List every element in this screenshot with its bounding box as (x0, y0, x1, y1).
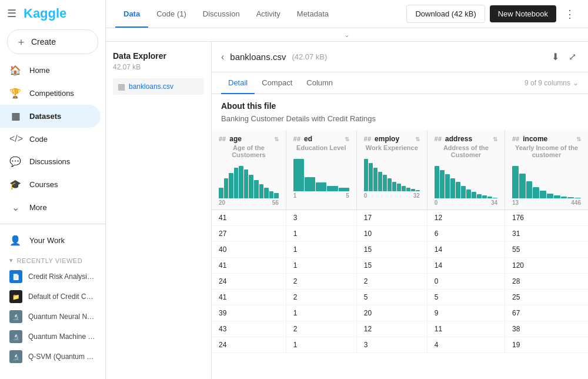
top-tabs-bar: Data Code (1) Discussion Activity Metada… (106, 0, 588, 28)
courses-icon: 🎓 (9, 179, 21, 190)
datasets-icon: ▦ (9, 111, 21, 122)
view-tab-detail[interactable]: Detail (221, 72, 255, 94)
recent-item-5[interactable]: 🔬 Q-SVM (Quantum Sup... (0, 347, 105, 367)
range-max: 5 (346, 192, 349, 199)
col-name: address (445, 135, 472, 143)
recent-item-4[interactable]: 🔬 Quantum Machine Lea... (0, 327, 105, 347)
col-desc: Education Level (293, 144, 349, 151)
kaggle-logo: Kaggle (24, 6, 66, 21)
range-min: 20 (219, 200, 225, 206)
col-sort-icon[interactable]: ⇅ (576, 136, 581, 142)
recent-item-1[interactable]: 📄 Credit Risk Analysis for... (0, 267, 105, 287)
data-cell-income: 120 (505, 258, 589, 274)
view-tab-column[interactable]: Column (299, 72, 340, 94)
histogram-bar (540, 191, 546, 198)
about-desc: Banking Customer Details with Credit Rat… (221, 114, 579, 123)
tab-activity[interactable]: Activity (248, 1, 289, 28)
collapse-banner[interactable]: ⌄ (106, 28, 588, 42)
histogram-bar (249, 175, 253, 198)
data-cell-income: 55 (505, 242, 589, 258)
sidebar-item-courses[interactable]: 🎓 Courses (0, 173, 101, 196)
histogram-bar (369, 163, 373, 191)
chevron-down-icon: ⌄ (573, 79, 579, 87)
histogram-bar (234, 168, 239, 198)
col-type-icon: ## (512, 135, 519, 142)
view-tab-compact[interactable]: Compact (255, 72, 299, 94)
col-name: age (229, 135, 242, 143)
tab-code[interactable]: Code (1) (148, 1, 195, 28)
recent-item-3[interactable]: 🔬 Quantum Neural Netw... (0, 307, 105, 327)
col-name: income (523, 135, 547, 143)
col-sort-icon[interactable]: ⇅ (415, 136, 420, 142)
hamburger-icon[interactable]: ☰ (7, 7, 16, 20)
sidebar-item-datasets[interactable]: ▦ Datasets (0, 105, 101, 128)
tab-discussion[interactable]: Discussion (195, 1, 248, 28)
histogram-bar (482, 195, 487, 198)
histogram-bar (239, 166, 243, 198)
data-cell-address: 12 (427, 210, 505, 226)
histogram-bar (445, 174, 450, 198)
col-sort-icon[interactable]: ⇅ (274, 136, 279, 142)
data-cell-address: 11 (427, 321, 505, 337)
back-button[interactable]: ‹ (221, 52, 224, 62)
range-min: 0 (364, 192, 368, 199)
sidebar-item-more[interactable]: ⌄ More (0, 196, 101, 219)
sidebar-item-competitions[interactable]: 🏆 Competitions (0, 82, 101, 105)
histogram-bar (466, 190, 471, 198)
col-desc: Address of the Customer (435, 144, 497, 158)
sidebar-item-discussions[interactable]: 💬 Discussions (0, 150, 101, 173)
about-section: About this file Banking Customer Details… (212, 94, 588, 130)
table-row: 401151455 (212, 242, 588, 258)
file-item-bankloans[interactable]: ▦ bankloans.csv (113, 78, 204, 95)
data-explorer-size: 42.07 kB (113, 63, 204, 71)
histogram-bar (512, 166, 519, 198)
histogram-bar (402, 186, 406, 191)
data-cell-address: 9 (427, 305, 505, 321)
create-button[interactable]: ＋ Create (7, 29, 98, 54)
data-cell-ed: 2 (286, 321, 356, 337)
download-button[interactable]: Download (42 kB) (406, 5, 485, 23)
sidebar-item-code[interactable]: </> Code (0, 128, 101, 150)
table-row: 432121138 (212, 321, 588, 337)
tab-metadata[interactable]: Metadata (289, 1, 337, 28)
sidebar-item-your-work[interactable]: 👤 Your Work (0, 229, 101, 252)
col-range-employ: 0 32 (357, 191, 427, 202)
download-file-button[interactable]: ⬇ (549, 49, 562, 65)
data-cell-employ: 10 (356, 226, 427, 242)
table-row: 2422028 (212, 274, 588, 290)
histogram-bar (392, 182, 396, 191)
discussions-icon: 💬 (9, 156, 21, 167)
col-sort-icon[interactable]: ⇅ (493, 136, 497, 142)
tab-data[interactable]: Data (115, 1, 148, 28)
histogram-bar (567, 197, 574, 198)
histogram-ed (286, 156, 356, 191)
recent-item-2[interactable]: 📁 Default of Credit Card ... (0, 287, 105, 307)
data-cell-income: 67 (505, 305, 589, 321)
range-max: 446 (571, 200, 581, 206)
histogram-bar (406, 188, 410, 191)
data-cell-income: 25 (505, 290, 589, 305)
data-cell-income: 19 (505, 337, 589, 353)
range-min: 0 (435, 200, 438, 206)
range-min: 1 (293, 192, 297, 199)
histogram-bar (416, 190, 420, 191)
plus-icon: ＋ (16, 35, 26, 49)
table-row: 4125525 (212, 290, 588, 305)
data-cell-address: 5 (427, 290, 505, 305)
col-type-icon: ## (219, 135, 226, 142)
right-panel: ‹ bankloans.csv (42.07 kB) ⬇ ⤢ Detail Co… (212, 42, 588, 379)
data-cell-ed: 1 (286, 258, 356, 274)
table-row: 27110631 (212, 226, 588, 242)
histogram-bar (574, 198, 581, 198)
histogram-employ (357, 156, 427, 191)
data-cell-age: 41 (212, 210, 286, 226)
col-sort-icon[interactable]: ⇅ (345, 136, 349, 142)
new-notebook-button[interactable]: New Notebook (490, 5, 556, 22)
home-icon: 🏠 (9, 65, 21, 76)
histogram-bar (450, 178, 455, 198)
fullscreen-button[interactable]: ⤢ (566, 49, 579, 65)
histogram-bar (229, 173, 233, 198)
more-options-button[interactable]: ⋮ (561, 4, 579, 24)
sidebar-item-home[interactable]: 🏠 Home (0, 59, 101, 82)
data-cell-employ: 12 (356, 321, 427, 337)
